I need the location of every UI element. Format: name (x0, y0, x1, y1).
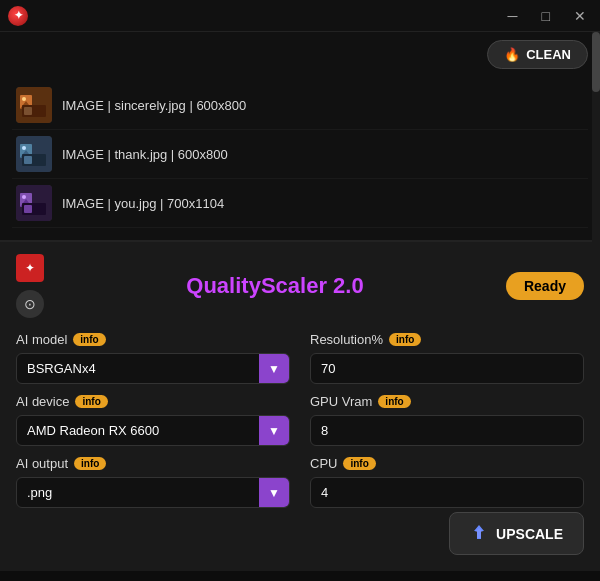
cpu-group: CPU info (310, 456, 584, 508)
file-name: IMAGE | sincerely.jpg | 600x800 (62, 98, 246, 113)
clean-button[interactable]: 🔥 CLEAN (487, 40, 588, 69)
ai-device-info-badge[interactable]: info (75, 395, 107, 408)
github-symbol: ⊙ (24, 296, 36, 312)
gpu-vram-label: GPU Vram (310, 394, 372, 409)
svg-point-14 (22, 195, 26, 199)
title-bar-controls: ─ □ ✕ (502, 7, 592, 25)
resolution-group: Resolution% info (310, 332, 584, 384)
file-thumbnail (16, 185, 52, 221)
ai-device-select[interactable]: AMD Radeon RX 6600 ▼ (16, 415, 290, 446)
svg-rect-17 (24, 205, 32, 213)
gpu-vram-label-row: GPU Vram info (310, 394, 584, 409)
ai-model-select[interactable]: BSRGANx4 ▼ (16, 353, 290, 384)
title-bar-left: ✦ (8, 6, 28, 26)
cpu-info-badge[interactable]: info (343, 457, 375, 470)
clean-button-area: 🔥 CLEAN (0, 32, 600, 77)
ai-device-value: AMD Radeon RX 6600 (17, 416, 259, 445)
resolution-label: Resolution% (310, 332, 383, 347)
file-thumbnail (16, 136, 52, 172)
gpu-vram-info-badge[interactable]: info (378, 395, 410, 408)
resolution-input[interactable] (310, 353, 584, 384)
ai-output-select[interactable]: .png ▼ (16, 477, 290, 508)
app-logo-icon: ✦ (8, 6, 28, 26)
svg-point-8 (22, 146, 26, 150)
bottom-header: ✦ ⊙ QualityScaler 2.0 Ready (16, 254, 584, 318)
maximize-button[interactable]: □ (536, 7, 556, 25)
scrollbar-track[interactable] (592, 32, 600, 301)
ai-model-dropdown-arrow[interactable]: ▼ (259, 354, 289, 383)
file-name: IMAGE | you.jpg | 700x1104 (62, 196, 224, 211)
cpu-label: CPU (310, 456, 337, 471)
status-badge: Ready (506, 272, 584, 300)
clean-icon: 🔥 (504, 47, 520, 62)
ai-device-dropdown-arrow[interactable]: ▼ (259, 416, 289, 445)
file-item[interactable]: IMAGE | sincerely.jpg | 600x800 (12, 81, 588, 130)
ai-output-info-badge[interactable]: info (74, 457, 106, 470)
ai-model-label: AI model (16, 332, 67, 347)
close-button[interactable]: ✕ (568, 7, 592, 25)
cpu-label-row: CPU info (310, 456, 584, 471)
github-icon[interactable]: ⊙ (16, 290, 44, 318)
ai-device-label-row: AI device info (16, 394, 290, 409)
file-thumbnail (16, 87, 52, 123)
ai-model-group: AI model info BSRGANx4 ▼ (16, 332, 290, 384)
ai-output-dropdown-arrow[interactable]: ▼ (259, 478, 289, 507)
cpu-input[interactable] (310, 477, 584, 508)
upscale-label: UPSCALE (496, 526, 563, 542)
ai-model-label-row: AI model info (16, 332, 290, 347)
upscale-area: UPSCALE (16, 512, 584, 555)
app-title: QualityScaler 2.0 (44, 273, 506, 299)
ai-output-label-row: AI output info (16, 456, 290, 471)
file-item[interactable]: IMAGE | you.jpg | 700x1104 (12, 179, 588, 228)
bottom-panel: ✦ ⊙ QualityScaler 2.0 Ready AI model inf… (0, 242, 600, 571)
minimize-button[interactable]: ─ (502, 7, 524, 25)
ai-output-value: .png (17, 478, 259, 507)
file-list: IMAGE | sincerely.jpg | 600x800 IMAGE | … (0, 77, 600, 242)
ai-model-value: BSRGANx4 (17, 354, 259, 383)
ai-output-label: AI output (16, 456, 68, 471)
resolution-info-badge[interactable]: info (389, 333, 421, 346)
resolution-label-row: Resolution% info (310, 332, 584, 347)
upscale-icon (470, 523, 488, 544)
ai-output-group: AI output info .png ▼ (16, 456, 290, 508)
title-bar: ✦ ─ □ ✕ (0, 0, 600, 32)
sidebar-icons: ✦ ⊙ (16, 254, 44, 318)
ai-device-group: AI device info AMD Radeon RX 6600 ▼ (16, 394, 290, 446)
ai-model-info-badge[interactable]: info (73, 333, 105, 346)
svg-rect-5 (24, 107, 32, 115)
file-name: IMAGE | thank.jpg | 600x800 (62, 147, 228, 162)
ai-device-label: AI device (16, 394, 69, 409)
file-item[interactable]: IMAGE | thank.jpg | 600x800 (12, 130, 588, 179)
app-icon[interactable]: ✦ (16, 254, 44, 282)
svg-point-2 (22, 97, 26, 101)
clean-label: CLEAN (526, 47, 571, 62)
upscale-button[interactable]: UPSCALE (449, 512, 584, 555)
gpu-vram-input[interactable] (310, 415, 584, 446)
app-small-logo: ✦ (25, 261, 35, 275)
svg-rect-11 (24, 156, 32, 164)
scrollbar-thumb[interactable] (592, 32, 600, 92)
controls-grid: AI model info BSRGANx4 ▼ Resolution% inf… (16, 332, 584, 508)
gpu-vram-group: GPU Vram info (310, 394, 584, 446)
